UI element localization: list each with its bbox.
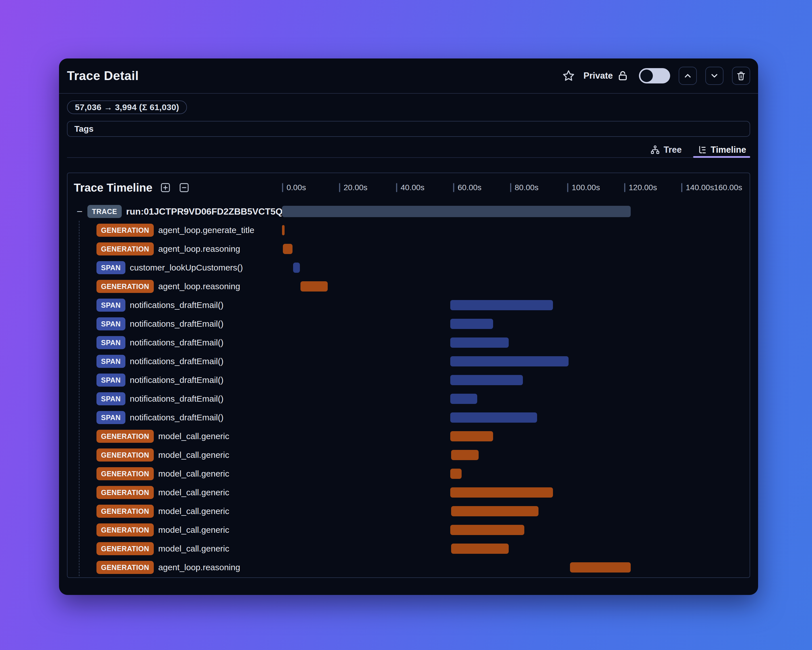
timeline-bar[interactable] <box>450 469 462 479</box>
timeline-bar[interactable] <box>301 281 327 292</box>
axis-tick-mark <box>510 183 511 192</box>
trace-timeline-panel: Trace Timeline 0.00s20.00s40.00s60.00s80… <box>67 173 750 578</box>
timeline-row[interactable]: GENERATION model_call.generic <box>67 521 749 539</box>
collapse-all-icon[interactable] <box>179 182 190 193</box>
timeline-bar[interactable] <box>450 300 553 310</box>
row-type-badge: SPAN <box>96 392 125 405</box>
row-type-badge: GENERATION <box>96 467 154 480</box>
tab-timeline-label: Timeline <box>711 145 746 155</box>
row-label: run:01JCTPR9VD06FD2ZBB5VCT5QRV <box>126 206 295 217</box>
timeline-bar[interactable] <box>450 319 493 329</box>
timeline-row[interactable]: SPAN notifications_draftEmail() <box>67 315 749 333</box>
row-label: agent_loop.reasoning <box>158 563 240 572</box>
axis-tick-mark <box>396 183 397 192</box>
timeline-row[interactable]: GENERATION model_call.generic <box>67 539 749 558</box>
row-type-badge: SPAN <box>96 336 125 349</box>
timeline-bar[interactable] <box>450 525 524 535</box>
desktop-background: { "header": { "title": "Trace Detail", "… <box>0 0 812 650</box>
timeline-bar[interactable] <box>450 394 477 404</box>
view-tabs: Tree Timeline <box>67 142 750 158</box>
row-type-badge: SPAN <box>96 373 125 387</box>
axis-tick-mark <box>681 183 682 192</box>
timeline-bar[interactable] <box>450 413 537 423</box>
timeline-bar[interactable] <box>283 244 293 254</box>
timeline-bar[interactable] <box>450 375 523 385</box>
timeline-row[interactable]: GENERATION model_call.generic <box>67 483 749 502</box>
row-label: model_call.generic <box>158 506 229 516</box>
star-icon[interactable] <box>562 69 575 82</box>
row-label: model_call.generic <box>158 450 229 460</box>
timeline-bar[interactable] <box>450 431 493 441</box>
timeline-row[interactable]: SPAN notifications_draftEmail() <box>67 352 749 371</box>
axis-tick-mark <box>282 183 283 192</box>
timeline-bar[interactable] <box>450 356 569 366</box>
timeline-bar[interactable] <box>282 225 285 235</box>
timeline-row[interactable]: SPAN notifications_draftEmail() <box>67 333 749 352</box>
timeline-row[interactable]: − TRACE run:01JCTPR9VD06FD2ZBB5VCT5QRV <box>67 202 749 221</box>
token-usage-badge: 57,036 → 3,994 (Σ 61,030) <box>67 101 187 114</box>
row-type-badge: GENERATION <box>96 430 154 443</box>
axis-tick-label: 80.00s <box>510 183 539 192</box>
header-divider <box>59 93 758 94</box>
timeline-row[interactable]: GENERATION model_call.generic <box>67 427 749 446</box>
tree-icon <box>650 145 660 155</box>
axis-tick-label: 140.00s <box>681 183 714 192</box>
toggle-knob <box>640 70 653 82</box>
timeline-bar[interactable] <box>570 562 631 572</box>
timeline-row[interactable]: GENERATION agent_loop.reasoning <box>67 558 749 577</box>
timeline-row[interactable]: SPAN notifications_draftEmail() <box>67 296 749 315</box>
row-label: agent_loop.reasoning <box>158 244 240 254</box>
navigate-down-button[interactable] <box>705 67 723 85</box>
timeline-title: Trace Timeline <box>74 181 153 194</box>
timeline-bar[interactable] <box>293 263 300 273</box>
timeline-row[interactable]: GENERATION agent_loop.reasoning <box>67 277 749 296</box>
row-type-badge: GENERATION <box>96 242 154 255</box>
row-label: notifications_draftEmail() <box>130 394 224 404</box>
row-type-badge: GENERATION <box>96 280 154 293</box>
tab-tree-label: Tree <box>664 145 682 155</box>
privacy-toggle[interactable] <box>639 68 670 83</box>
row-type-badge: GENERATION <box>96 542 154 555</box>
row-label: agent_loop.generate_title <box>158 225 255 235</box>
tags-input[interactable]: Tags <box>67 121 750 137</box>
row-label: agent_loop.reasoning <box>158 281 240 291</box>
page-title: Trace Detail <box>67 69 139 83</box>
timeline-row[interactable]: SPAN notifications_draftEmail() <box>67 371 749 389</box>
timeline-bar[interactable] <box>451 544 509 554</box>
timeline-row[interactable]: SPAN customer_lookUpCustomers() <box>67 258 749 277</box>
timeline-row[interactable]: GENERATION model_call.generic <box>67 446 749 464</box>
row-type-badge: GENERATION <box>96 561 154 574</box>
delete-trace-button[interactable] <box>732 67 750 85</box>
timeline-bar[interactable] <box>451 506 539 516</box>
timeline-row[interactable]: GENERATION agent_loop.generate_title <box>67 221 749 240</box>
axis-tick-label: 120.00s <box>624 183 657 192</box>
navigate-up-button[interactable] <box>679 67 697 85</box>
axis-tick-label: 40.00s <box>396 183 424 192</box>
timeline-bar[interactable] <box>450 487 553 497</box>
timeline-bar[interactable] <box>450 338 509 348</box>
row-label: customer_lookUpCustomers() <box>130 263 243 272</box>
tab-timeline[interactable]: Timeline <box>693 142 750 157</box>
timeline-bar[interactable] <box>282 206 631 217</box>
axis-tick-label: 0.00s <box>282 183 306 192</box>
expand-all-icon[interactable] <box>160 182 171 193</box>
header-controls: Private <box>562 67 750 85</box>
collapse-toggle-icon[interactable]: − <box>67 206 87 217</box>
timeline-row[interactable]: GENERATION model_call.generic <box>67 464 749 483</box>
row-label: model_call.generic <box>158 488 229 497</box>
timeline-row[interactable]: SPAN notifications_draftEmail() <box>67 408 749 427</box>
window-header: Trace Detail Private <box>67 58 750 93</box>
timeline-row[interactable]: SPAN notifications_draftEmail() <box>67 389 749 408</box>
row-type-badge: GENERATION <box>96 224 154 237</box>
row-label: notifications_draftEmail() <box>130 319 224 329</box>
row-type-badge: TRACE <box>87 205 122 218</box>
row-type-badge: SPAN <box>96 298 125 312</box>
timeline-row[interactable]: GENERATION model_call.generic <box>67 502 749 521</box>
row-type-badge: GENERATION <box>96 505 154 518</box>
timeline-panel-header: Trace Timeline 0.00s20.00s40.00s60.00s80… <box>67 173 749 202</box>
timeline-bar[interactable] <box>451 450 479 460</box>
lock-icon <box>617 70 629 82</box>
tab-tree[interactable]: Tree <box>646 142 686 157</box>
axis-tick-label: 100.00s <box>567 183 600 192</box>
timeline-row[interactable]: GENERATION agent_loop.reasoning <box>67 240 749 258</box>
